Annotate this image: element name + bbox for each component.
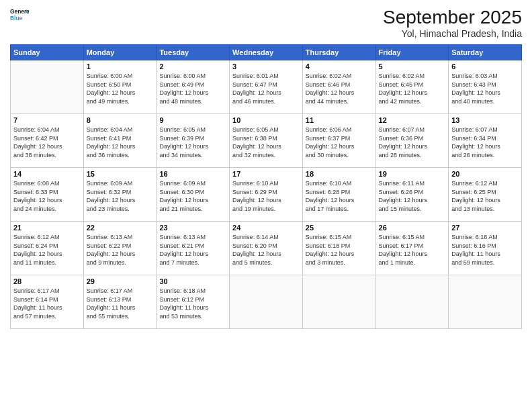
day-number: 24 [232, 224, 300, 232]
weekday-header-friday: Friday [375, 45, 449, 60]
weekday-header-tuesday: Tuesday [157, 45, 230, 60]
weekday-header-saturday: Saturday [449, 45, 522, 60]
day-info: Sunrise: 6:00 AM Sunset: 6:49 PM Dayligh… [159, 72, 226, 105]
day-number: 13 [451, 116, 519, 124]
week-row-1: 1Sunrise: 6:00 AM Sunset: 6:50 PM Daylig… [11, 60, 522, 114]
day-number: 16 [159, 170, 226, 178]
day-info: Sunrise: 6:02 AM Sunset: 6:45 PM Dayligh… [379, 72, 446, 105]
calendar-cell: 12Sunrise: 6:07 AM Sunset: 6:36 PM Dayli… [375, 114, 449, 168]
calendar-cell: 17Sunrise: 6:10 AM Sunset: 6:29 PM Dayli… [230, 168, 303, 222]
day-info: Sunrise: 6:05 AM Sunset: 6:39 PM Dayligh… [159, 126, 226, 159]
day-number: 20 [451, 170, 519, 178]
day-number: 4 [306, 62, 373, 71]
calendar-cell [375, 275, 449, 329]
calendar-table: SundayMondayTuesdayWednesdayThursdayFrid… [10, 44, 522, 329]
calendar-cell: 24Sunrise: 6:14 AM Sunset: 6:20 PM Dayli… [230, 222, 303, 275]
week-row-2: 7Sunrise: 6:04 AM Sunset: 6:42 PM Daylig… [11, 114, 522, 168]
calendar-cell [302, 275, 375, 329]
day-number: 26 [379, 224, 446, 232]
day-number: 17 [232, 170, 300, 178]
day-number: 5 [379, 62, 446, 71]
day-number: 9 [159, 116, 226, 124]
day-info: Sunrise: 6:15 AM Sunset: 6:17 PM Dayligh… [379, 233, 446, 267]
calendar-cell: 25Sunrise: 6:15 AM Sunset: 6:18 PM Dayli… [302, 222, 375, 275]
day-info: Sunrise: 6:18 AM Sunset: 6:12 PM Dayligh… [159, 287, 226, 320]
calendar-cell [449, 275, 522, 329]
day-info: Sunrise: 6:07 AM Sunset: 6:36 PM Dayligh… [379, 126, 446, 159]
calendar-cell: 3Sunrise: 6:01 AM Sunset: 6:47 PM Daylig… [230, 60, 303, 114]
calendar-cell: 13Sunrise: 6:07 AM Sunset: 6:34 PM Dayli… [449, 114, 522, 168]
calendar-cell: 28Sunrise: 6:17 AM Sunset: 6:14 PM Dayli… [11, 275, 84, 329]
day-info: Sunrise: 6:17 AM Sunset: 6:14 PM Dayligh… [13, 287, 81, 320]
day-info: Sunrise: 6:09 AM Sunset: 6:30 PM Dayligh… [159, 179, 226, 213]
calendar-cell: 11Sunrise: 6:06 AM Sunset: 6:37 PM Dayli… [302, 114, 375, 168]
logo-icon: General Blue [10, 7, 29, 26]
calendar-cell: 4Sunrise: 6:02 AM Sunset: 6:46 PM Daylig… [302, 60, 375, 114]
day-info: Sunrise: 6:17 AM Sunset: 6:13 PM Dayligh… [87, 287, 154, 320]
day-number: 30 [159, 277, 226, 285]
day-info: Sunrise: 6:05 AM Sunset: 6:38 PM Dayligh… [232, 126, 300, 159]
day-info: Sunrise: 6:07 AM Sunset: 6:34 PM Dayligh… [451, 126, 519, 159]
day-number: 12 [379, 116, 446, 124]
weekday-header-monday: Monday [83, 45, 157, 60]
calendar-cell: 14Sunrise: 6:08 AM Sunset: 6:33 PM Dayli… [11, 168, 84, 222]
day-info: Sunrise: 6:09 AM Sunset: 6:32 PM Dayligh… [87, 179, 154, 213]
day-info: Sunrise: 6:04 AM Sunset: 6:42 PM Dayligh… [13, 126, 81, 159]
day-info: Sunrise: 6:14 AM Sunset: 6:20 PM Dayligh… [232, 233, 300, 267]
day-info: Sunrise: 6:12 AM Sunset: 6:25 PM Dayligh… [451, 179, 519, 213]
day-info: Sunrise: 6:06 AM Sunset: 6:37 PM Dayligh… [306, 126, 373, 159]
week-row-5: 28Sunrise: 6:17 AM Sunset: 6:14 PM Dayli… [11, 275, 522, 329]
calendar-cell: 9Sunrise: 6:05 AM Sunset: 6:39 PM Daylig… [157, 114, 230, 168]
svg-text:Blue: Blue [10, 15, 22, 21]
month-title: September 2025 [383, 7, 522, 28]
day-number: 3 [232, 62, 300, 71]
day-info: Sunrise: 6:08 AM Sunset: 6:33 PM Dayligh… [13, 179, 81, 213]
calendar-cell: 6Sunrise: 6:03 AM Sunset: 6:43 PM Daylig… [449, 60, 522, 114]
calendar-cell: 15Sunrise: 6:09 AM Sunset: 6:32 PM Dayli… [83, 168, 157, 222]
location: Yol, Himachal Pradesh, India [383, 28, 522, 39]
calendar-cell: 2Sunrise: 6:00 AM Sunset: 6:49 PM Daylig… [157, 60, 230, 114]
day-info: Sunrise: 6:10 AM Sunset: 6:28 PM Dayligh… [306, 179, 373, 213]
day-info: Sunrise: 6:12 AM Sunset: 6:24 PM Dayligh… [13, 233, 81, 267]
day-number: 6 [451, 62, 519, 71]
day-number: 8 [87, 116, 154, 124]
calendar-cell: 23Sunrise: 6:13 AM Sunset: 6:21 PM Dayli… [157, 222, 230, 275]
calendar-cell: 30Sunrise: 6:18 AM Sunset: 6:12 PM Dayli… [157, 275, 230, 329]
calendar-cell: 21Sunrise: 6:12 AM Sunset: 6:24 PM Dayli… [11, 222, 84, 275]
calendar-cell [230, 275, 303, 329]
calendar-cell: 18Sunrise: 6:10 AM Sunset: 6:28 PM Dayli… [302, 168, 375, 222]
calendar-cell [11, 60, 84, 114]
calendar-cell: 29Sunrise: 6:17 AM Sunset: 6:13 PM Dayli… [83, 275, 157, 329]
calendar-cell: 1Sunrise: 6:00 AM Sunset: 6:50 PM Daylig… [83, 60, 157, 114]
calendar-cell: 22Sunrise: 6:13 AM Sunset: 6:22 PM Dayli… [83, 222, 157, 275]
calendar-cell: 26Sunrise: 6:15 AM Sunset: 6:17 PM Dayli… [375, 222, 449, 275]
day-info: Sunrise: 6:04 AM Sunset: 6:41 PM Dayligh… [87, 126, 154, 159]
day-number: 27 [451, 224, 519, 232]
calendar-cell: 10Sunrise: 6:05 AM Sunset: 6:38 PM Dayli… [230, 114, 303, 168]
weekday-header-sunday: Sunday [11, 45, 84, 60]
calendar-cell: 7Sunrise: 6:04 AM Sunset: 6:42 PM Daylig… [11, 114, 84, 168]
calendar-cell: 5Sunrise: 6:02 AM Sunset: 6:45 PM Daylig… [375, 60, 449, 114]
calendar-cell: 19Sunrise: 6:11 AM Sunset: 6:26 PM Dayli… [375, 168, 449, 222]
day-number: 11 [306, 116, 373, 124]
day-number: 25 [306, 224, 373, 232]
logo: General Blue [10, 7, 29, 26]
week-row-4: 21Sunrise: 6:12 AM Sunset: 6:24 PM Dayli… [11, 222, 522, 275]
day-number: 28 [13, 277, 81, 285]
day-number: 7 [13, 116, 81, 124]
day-number: 21 [13, 224, 81, 232]
day-number: 15 [87, 170, 154, 178]
day-number: 22 [87, 224, 154, 232]
day-info: Sunrise: 6:16 AM Sunset: 6:16 PM Dayligh… [451, 233, 519, 267]
calendar-cell: 16Sunrise: 6:09 AM Sunset: 6:30 PM Dayli… [157, 168, 230, 222]
day-info: Sunrise: 6:02 AM Sunset: 6:46 PM Dayligh… [306, 72, 373, 105]
day-info: Sunrise: 6:13 AM Sunset: 6:22 PM Dayligh… [87, 233, 154, 267]
day-info: Sunrise: 6:11 AM Sunset: 6:26 PM Dayligh… [379, 179, 446, 213]
day-number: 14 [13, 170, 81, 178]
day-number: 18 [306, 170, 373, 178]
calendar-cell: 20Sunrise: 6:12 AM Sunset: 6:25 PM Dayli… [449, 168, 522, 222]
calendar-cell: 8Sunrise: 6:04 AM Sunset: 6:41 PM Daylig… [83, 114, 157, 168]
day-info: Sunrise: 6:13 AM Sunset: 6:21 PM Dayligh… [159, 233, 226, 267]
week-row-3: 14Sunrise: 6:08 AM Sunset: 6:33 PM Dayli… [11, 168, 522, 222]
day-info: Sunrise: 6:01 AM Sunset: 6:47 PM Dayligh… [232, 72, 300, 105]
